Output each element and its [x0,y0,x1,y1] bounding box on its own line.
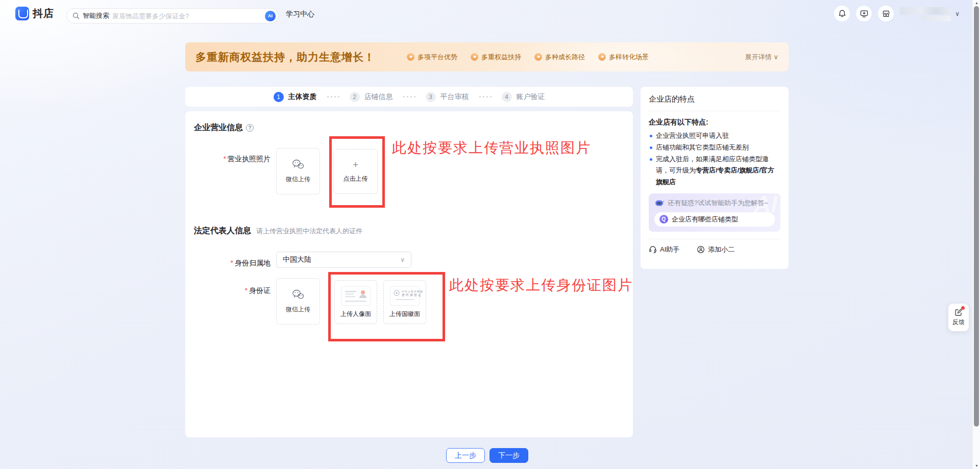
step-entity-qualification: 1 主体资质 [274,92,317,102]
ai-search-icon[interactable]: AI [265,11,276,21]
panel-title: 企业店的特点 [649,94,780,111]
plus-icon: + [353,160,358,169]
step-platform-review: 3 平台审核 [426,92,469,102]
headset-icon [649,245,657,254]
help-icon[interactable]: ? [246,124,254,132]
scroll-down-arrow[interactable]: ▼ [973,463,980,469]
bell-icon [838,9,847,18]
id-card-back-graphic: 中华人民共和国 居民身份证 [390,286,420,306]
list-item: 企业营业执照可申请入驻 [649,130,780,142]
banner-tags: ★ 多项平台优势 ★ 多重权益扶持 ★ 多种成长路径 ★ 多样转化场景 [407,53,649,62]
list-item: 完成入驻后，如果满足相应店铺类型邀请，可升级为专营店/专卖店/旗舰店/官方旗舰店 [649,154,780,188]
banner-tag: ★ 多种成长路径 [534,53,585,62]
banner-expand-button[interactable]: 展开详情 ∨ [745,53,778,62]
step-connector [403,96,415,97]
search-icon [72,12,80,19]
notification-bell-button[interactable] [834,6,850,21]
notification-dot [961,306,965,310]
region-label: *身份归属地 [185,259,271,268]
assistant-hint: 还有疑惑?试试智能助手为您解答~ [654,199,775,208]
business-info-section-title: 企业营业信息 ? [194,122,254,133]
banner-tag: ★ 多重权益扶持 [471,53,521,62]
page-scrollbar[interactable]: ▲ ▼ [972,0,980,469]
legal-rep-section-subtitle: 请上传营业执照中法定代表人的证件 [256,227,362,236]
license-photo-label: *营业执照照片 [185,155,271,164]
star-icon: ★ [598,53,606,61]
question-icon: Q [659,215,668,224]
shop-manage-button[interactable] [878,6,894,21]
smart-assistant-box: AI 还有疑惑?试试智能助手为您解答~ Q 企业店有哪些店铺类型 [649,193,780,232]
step-connector [327,96,339,97]
feedback-button[interactable]: 反馈 [948,304,969,331]
banner-tag: ★ 多样转化场景 [598,53,649,62]
star-icon: ★ [471,53,478,61]
onboarding-steps: 1 主体资质 2 店铺信息 3 平台审核 4 账户验证 [185,87,633,107]
id-front-upload-button[interactable]: 上传人像面 [334,280,377,324]
wechat-icon [291,289,305,300]
entity-qualification-form: 企业营业信息 ? *营业执照照片 微信上传 + 点击上传 此处按要求上传营业执照… [185,111,633,437]
id-back-upload-button[interactable]: 中华人民共和国 居民身份证 上传国徽面 [383,280,426,324]
download-client-button[interactable] [856,6,872,21]
app-title: 抖店 [33,7,54,20]
banner-tag: ★ 多项平台优势 [407,53,457,62]
next-step-button[interactable]: 下一步 [489,448,528,463]
license-wechat-upload-button[interactable]: 微信上传 [276,148,320,194]
star-icon: ★ [407,53,414,61]
annotation-text-license: 此处按要求上传营业执照图片 [392,138,591,158]
banner-title: 多重新商权益扶持，助力生意增长！ [195,50,375,64]
wechat-icon [291,159,305,170]
douyin-shop-logo-icon [15,7,29,20]
ai-helper-button[interactable]: AI助手 [649,245,679,254]
annotation-text-id: 此处按要求上传身份证图片 [449,276,633,295]
panel-subtitle: 企业店有以下特点: [649,118,780,127]
divider [649,239,780,239]
id-card-front-graphic [341,286,371,306]
region-select[interactable]: 中国大陆 ∨ [276,252,411,268]
chevron-down-icon: ∨ [400,256,405,263]
account-name-blurred [900,6,951,21]
add-support-agent-button[interactable]: 添加小二 [697,245,734,254]
id-wechat-upload-button[interactable]: 微信上传 [276,278,320,325]
monitor-download-icon [860,9,869,18]
list-item: 店铺功能和其它类型店铺无差别 [649,142,780,154]
previous-step-button[interactable]: 上一步 [446,448,485,463]
account-menu[interactable]: ∨ [900,6,960,21]
robot-icon [654,199,664,207]
storefront-icon [881,9,891,18]
search-input[interactable] [112,12,265,20]
app-logo[interactable]: 抖店 [15,7,54,20]
feature-list: 企业营业执照可申请入驻 店铺功能和其它类型店铺无差别 完成入驻后，如果满足相应店… [649,130,780,188]
scrollbar-thumb[interactable] [974,6,979,427]
support-agent-icon [697,245,705,254]
promo-banner: 多重新商权益扶持，助力生意增长！ ★ 多项平台优势 ★ 多重权益扶持 ★ 多种成… [185,42,789,71]
legal-rep-section-title: 法定代表人信息 请上传营业执照中法定代表人的证件 [194,226,362,236]
global-search[interactable]: 智能搜索 AI [66,8,279,23]
assistant-suggested-question[interactable]: Q 企业店有哪些店铺类型 [654,212,775,227]
region-selected-value: 中国大陆 [283,255,311,264]
scroll-up-arrow[interactable]: ▲ [973,0,980,6]
enterprise-shop-info-panel: 企业店的特点 企业店有以下特点: 企业营业执照可申请入驻 店铺功能和其它类型店铺… [641,87,789,269]
step-account-verify: 4 账户验证 [502,92,545,102]
chevron-down-icon: ∨ [955,10,960,17]
search-mode-label: 智能搜索 [83,11,109,20]
id-card-label: *身份证 [185,286,271,295]
star-icon: ★ [534,53,542,61]
step-connector [479,96,492,97]
learn-center-link[interactable]: 学习中心 [286,10,314,19]
step-shop-info: 2 店铺信息 [350,92,393,102]
license-click-upload-button[interactable]: + 点击上传 [333,149,378,194]
